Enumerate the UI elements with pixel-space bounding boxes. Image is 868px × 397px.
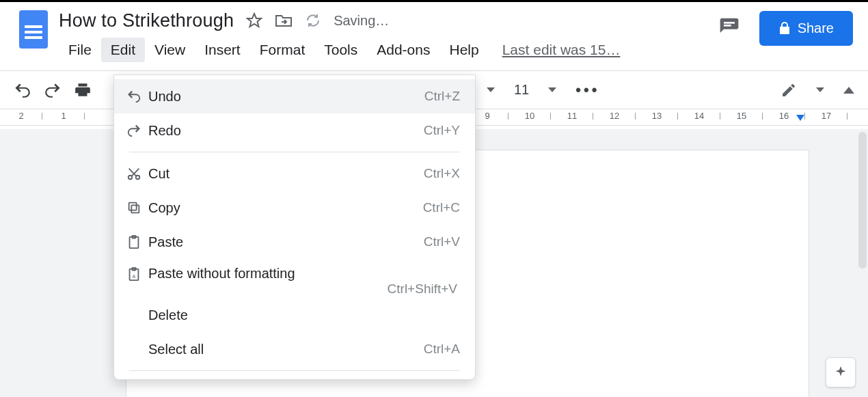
comments-icon[interactable] xyxy=(718,16,740,40)
title-row: How to Strikethrough Saving… xyxy=(59,6,620,35)
editing-mode-dropdown-icon[interactable] xyxy=(816,87,824,92)
ruler-tick: 14 xyxy=(678,111,720,121)
font-size-dropdown-icon[interactable] xyxy=(548,87,556,92)
app-header: How to Strikethrough Saving… File Edit V… xyxy=(0,2,868,70)
font-family-dropdown-icon[interactable] xyxy=(487,87,495,92)
svg-rect-1 xyxy=(724,22,735,24)
paste-plain-icon: A xyxy=(126,266,148,282)
vertical-scrollbar[interactable] xyxy=(858,132,867,269)
menu-item-undo[interactable]: Undo Ctrl+Z xyxy=(114,79,475,113)
share-label: Share xyxy=(798,20,834,36)
svg-rect-6 xyxy=(129,203,137,210)
copy-icon xyxy=(126,200,148,215)
editing-mode-button[interactable] xyxy=(781,82,797,98)
right-indent-marker-icon[interactable] xyxy=(796,115,804,121)
menu-separator xyxy=(129,152,460,152)
paste-icon xyxy=(126,234,148,249)
header-right: Share xyxy=(718,6,861,50)
title-area: How to Strikethrough Saving… File Edit V… xyxy=(59,6,620,62)
menu-label: Undo xyxy=(148,89,424,105)
svg-text:A: A xyxy=(133,273,136,279)
menu-shortcut: Ctrl+Y xyxy=(424,123,460,138)
toolbar-middle-group: 11 ••• xyxy=(487,81,599,99)
move-folder-icon[interactable] xyxy=(275,13,293,28)
menu-item-copy[interactable]: Copy Ctrl+C xyxy=(114,191,475,225)
menu-shortcut: Ctrl+A xyxy=(424,342,460,357)
undo-icon xyxy=(126,89,148,104)
more-toolbar-icon[interactable]: ••• xyxy=(575,81,599,99)
explore-button[interactable] xyxy=(826,357,856,387)
ruler-tick: 13 xyxy=(636,111,678,121)
cut-icon xyxy=(126,166,148,181)
menu-item-cut[interactable]: Cut Ctrl+X xyxy=(114,156,475,191)
menu-item-paste[interactable]: Paste Ctrl+V xyxy=(114,225,475,259)
menu-addons[interactable]: Add-ons xyxy=(367,38,439,62)
svg-point-3 xyxy=(128,176,133,180)
sparkle-icon xyxy=(833,365,848,380)
menu-help[interactable]: Help xyxy=(439,38,488,62)
star-icon[interactable] xyxy=(246,12,262,29)
menu-label: Redo xyxy=(148,123,424,139)
menu-view[interactable]: View xyxy=(145,38,195,62)
svg-point-4 xyxy=(136,176,140,180)
menu-shortcut: Ctrl+Z xyxy=(424,89,460,104)
edit-menu-dropdown: Undo Ctrl+Z Redo Ctrl+Y Cut Ctrl+X Copy … xyxy=(113,74,476,380)
menu-shortcut: Ctrl+V xyxy=(424,234,460,249)
menu-label: Copy xyxy=(148,200,423,216)
ruler-tick: 17 xyxy=(805,111,847,121)
menu-edit[interactable]: Edit xyxy=(101,38,145,62)
menu-label: Cut xyxy=(148,166,424,182)
print-button[interactable] xyxy=(74,81,92,99)
menu-insert[interactable]: Insert xyxy=(195,38,250,62)
menu-label: Paste without formatting xyxy=(148,266,460,282)
menu-item-select-all[interactable]: Select all Ctrl+A xyxy=(114,332,475,366)
menu-shortcut: Ctrl+Shift+V xyxy=(126,282,460,297)
ruler-tick: 2 xyxy=(0,111,42,121)
docs-logo-icon[interactable] xyxy=(19,10,48,49)
ruler-tick: 10 xyxy=(508,111,551,121)
menu-tools[interactable]: Tools xyxy=(314,38,367,62)
menu-item-paste-without-formatting[interactable]: A Paste without formatting Ctrl+Shift+V xyxy=(114,259,475,298)
document-title[interactable]: How to Strikethrough xyxy=(59,10,234,31)
undo-button[interactable] xyxy=(14,81,31,99)
redo-button[interactable] xyxy=(44,81,62,99)
ruler-tick: 15 xyxy=(720,111,763,121)
menu-label: Delete xyxy=(148,307,460,323)
ruler-tick: 12 xyxy=(593,111,636,121)
svg-rect-5 xyxy=(131,205,139,213)
toolbar-right xyxy=(781,82,854,98)
redo-icon xyxy=(126,123,148,138)
collapse-toolbar-icon[interactable] xyxy=(843,87,854,94)
lock-icon xyxy=(778,21,791,35)
ruler-tick: 11 xyxy=(551,111,593,121)
share-button[interactable]: Share xyxy=(759,11,853,46)
saving-status: Saving… xyxy=(334,13,389,29)
svg-marker-0 xyxy=(247,14,261,27)
menubar: File Edit View Insert Format Tools Add-o… xyxy=(59,38,620,62)
menu-shortcut: Ctrl+C xyxy=(423,200,460,215)
ruler-tick: 1 xyxy=(42,111,85,121)
svg-rect-2 xyxy=(724,25,731,27)
menu-format[interactable]: Format xyxy=(250,38,315,62)
menu-file[interactable]: File xyxy=(59,38,101,62)
menu-label: Select all xyxy=(148,342,424,357)
font-size-value[interactable]: 11 xyxy=(514,82,529,98)
last-edit-link[interactable]: Last edit was 15… xyxy=(502,42,621,58)
menu-shortcut: Ctrl+X xyxy=(424,166,460,181)
menu-item-redo[interactable]: Redo Ctrl+Y xyxy=(114,113,475,148)
menu-separator xyxy=(129,370,460,371)
menu-item-delete[interactable]: Delete xyxy=(114,298,475,332)
menu-label: Paste xyxy=(148,234,424,250)
cloud-sync-icon xyxy=(305,12,321,29)
